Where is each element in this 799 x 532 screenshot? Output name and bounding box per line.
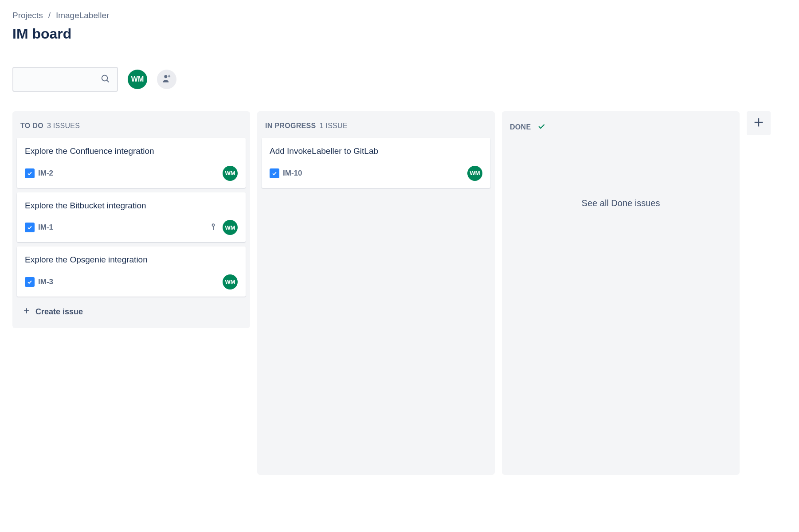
assignee-avatar[interactable]: WM — [223, 220, 238, 235]
svg-point-0 — [102, 75, 108, 81]
svg-line-1 — [107, 80, 109, 82]
column-done: DONE See all Done issues — [502, 111, 740, 475]
kanban-board: TO DO 3 ISSUES Explore the Confluence in… — [12, 111, 787, 475]
add-person-button[interactable] — [157, 70, 176, 89]
user-avatar[interactable]: WM — [128, 70, 147, 89]
search-icon — [100, 74, 110, 85]
toolbar: WM — [12, 67, 787, 92]
create-issue-button[interactable]: Create issue — [16, 301, 247, 323]
search-input[interactable] — [12, 67, 118, 92]
column-header-todo[interactable]: TO DO 3 ISSUES — [16, 118, 247, 138]
plus-icon — [22, 306, 31, 317]
issue-key: IM-2 — [38, 169, 53, 178]
card-title: Explore the Confluence integration — [25, 145, 191, 158]
assignee-avatar[interactable]: WM — [223, 274, 238, 289]
issue-card[interactable]: Explore the Bitbucket integration IM-1 W… — [17, 192, 246, 243]
card-title: Explore the Opsgenie integration — [25, 254, 191, 266]
task-icon — [25, 168, 35, 178]
issue-card[interactable]: Add InvokeLabeller to GitLab IM-10 WM — [262, 138, 490, 188]
issue-key: IM-1 — [38, 223, 53, 232]
assignee-avatar[interactable]: WM — [467, 166, 482, 181]
breadcrumb: Projects / ImageLabeller — [12, 11, 787, 20]
column-count: 1 ISSUE — [319, 122, 347, 130]
add-person-icon — [161, 73, 172, 86]
issue-key: IM-10 — [283, 169, 302, 178]
column-todo: TO DO 3 ISSUES Explore the Confluence in… — [12, 111, 250, 328]
task-icon — [25, 277, 35, 287]
assignee-avatar[interactable]: WM — [223, 166, 238, 181]
breadcrumb-separator: / — [48, 11, 51, 20]
issue-card[interactable]: Explore the Confluence integration IM-2 … — [17, 138, 246, 188]
svg-point-2 — [164, 75, 167, 78]
column-header-in-progress[interactable]: IN PROGRESS 1 ISSUE — [261, 118, 491, 138]
see-all-done-link[interactable]: See all Done issues — [505, 141, 736, 395]
task-icon — [25, 223, 35, 232]
issue-key: IM-3 — [38, 278, 53, 286]
column-count: 3 ISSUES — [47, 122, 80, 130]
add-column-button[interactable] — [747, 111, 771, 135]
column-in-progress: IN PROGRESS 1 ISSUE Add InvokeLabeller t… — [257, 111, 495, 475]
issue-card[interactable]: Explore the Opsgenie integration IM-3 WM — [17, 246, 246, 297]
column-name: DONE — [510, 123, 531, 131]
svg-point-3 — [212, 224, 215, 226]
plus-icon — [752, 116, 765, 130]
breadcrumb-root[interactable]: Projects — [12, 11, 43, 20]
column-header-done[interactable]: DONE — [505, 118, 736, 141]
column-name: TO DO — [20, 122, 43, 130]
page-title: IM board — [12, 26, 787, 42]
create-issue-label: Create issue — [35, 307, 83, 317]
card-title: Add InvokeLabeller to GitLab — [270, 145, 482, 158]
priority-icon — [209, 223, 217, 232]
breadcrumb-project[interactable]: ImageLabeller — [56, 11, 109, 20]
check-icon — [537, 122, 546, 133]
task-icon — [270, 168, 279, 178]
card-title: Explore the Bitbucket integration — [25, 200, 191, 212]
column-name: IN PROGRESS — [265, 122, 316, 130]
